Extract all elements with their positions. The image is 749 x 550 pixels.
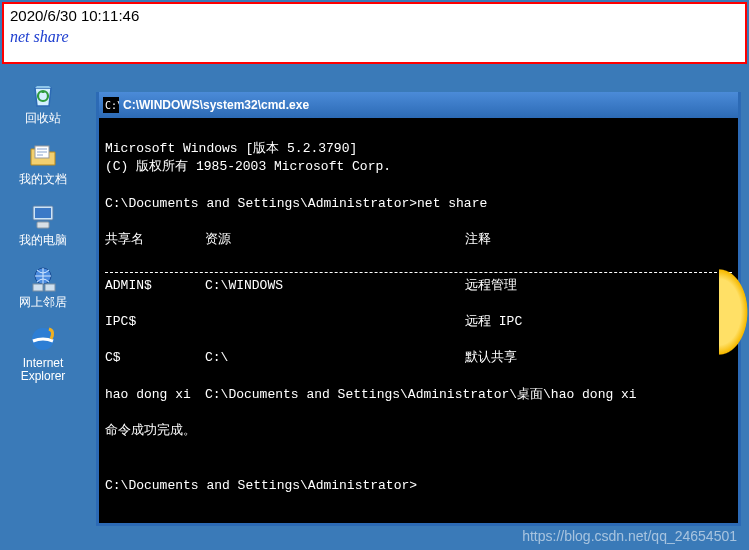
network-label: 网上邻居 (19, 296, 67, 309)
docs-label: 我的文档 (19, 173, 67, 186)
ie-icon[interactable]: Internet Explorer (8, 323, 78, 383)
share-res: C:\WINDOWS (205, 277, 465, 295)
ie-label: Internet Explorer (8, 357, 78, 383)
desktop-icons: 回收站 我的文档 我的电脑 网上邻居 Internet Explorer (8, 78, 78, 383)
cmd-header1: Microsoft Windows [版本 5.2.3790] (105, 141, 357, 156)
col-resource: 资源 (205, 231, 465, 249)
share-rem: 默认共享 (465, 349, 732, 367)
my-computer-icon[interactable]: 我的电脑 (8, 200, 78, 247)
network-places-icon[interactable]: 网上邻居 (8, 262, 78, 309)
my-documents-icon[interactable]: 我的文档 (8, 139, 78, 186)
svg-rect-4 (37, 222, 49, 228)
cmd-prompt-2: C:\Documents and Settings\Administrator> (105, 478, 417, 493)
table-row: IPC$远程 IPC (105, 313, 732, 331)
share-rem (465, 386, 732, 404)
recycle-label: 回收站 (25, 112, 61, 125)
share-res: C:\ (205, 349, 465, 367)
cmd-prompt-1: C:\Documents and Settings\Administrator>… (105, 196, 487, 211)
window-title: C:\WINDOWS\system32\cmd.exe (123, 98, 734, 112)
share-name: IPC$ (105, 313, 205, 331)
share-name: hao dong xi (105, 386, 205, 404)
svg-rect-7 (45, 284, 55, 291)
svg-text:C:\: C:\ (105, 100, 119, 111)
table-header: 共享名资源注释 (105, 231, 732, 249)
share-name: C$ (105, 349, 205, 367)
col-remark: 注释 (465, 231, 732, 249)
annotation-box: 2020/6/30 10:11:46 net share (2, 2, 747, 64)
folder-icon (27, 139, 59, 171)
svg-rect-3 (35, 208, 51, 218)
recycle-bin-icon[interactable]: 回收站 (8, 78, 78, 125)
divider (105, 272, 732, 273)
cmd-success: 命令成功完成。 (105, 423, 196, 438)
cmd-window: C:\ C:\WINDOWS\system32\cmd.exe Microsof… (96, 92, 741, 526)
recycle-icon (27, 78, 59, 110)
share-rem: 远程管理 (465, 277, 732, 295)
network-icon (27, 262, 59, 294)
internet-explorer-icon (27, 323, 59, 355)
col-sharename: 共享名 (105, 231, 205, 249)
titlebar[interactable]: C:\ C:\WINDOWS\system32\cmd.exe (99, 92, 738, 118)
terminal-output[interactable]: Microsoft Windows [版本 5.2.3790] (C) 版权所有… (99, 118, 738, 523)
computer-label: 我的电脑 (19, 234, 67, 247)
share-res: C:\Documents and Settings\Administrator\… (205, 386, 465, 404)
table-row: C$C:\默认共享 (105, 349, 732, 367)
share-name: ADMIN$ (105, 277, 205, 295)
table-row: hao dong xiC:\Documents and Settings\Adm… (105, 386, 732, 404)
annotation-timestamp: 2020/6/30 10:11:46 (10, 6, 739, 26)
watermark: https://blog.csdn.net/qq_24654501 (522, 528, 737, 544)
table-row: ADMIN$C:\WINDOWS远程管理 (105, 277, 732, 295)
svg-rect-6 (33, 284, 43, 291)
cmd-icon: C:\ (103, 97, 119, 113)
computer-icon (27, 200, 59, 232)
share-rem: 远程 IPC (465, 313, 732, 331)
annotation-command: net share (10, 26, 739, 48)
cmd-header2: (C) 版权所有 1985-2003 Microsoft Corp. (105, 159, 391, 174)
share-res (205, 313, 465, 331)
